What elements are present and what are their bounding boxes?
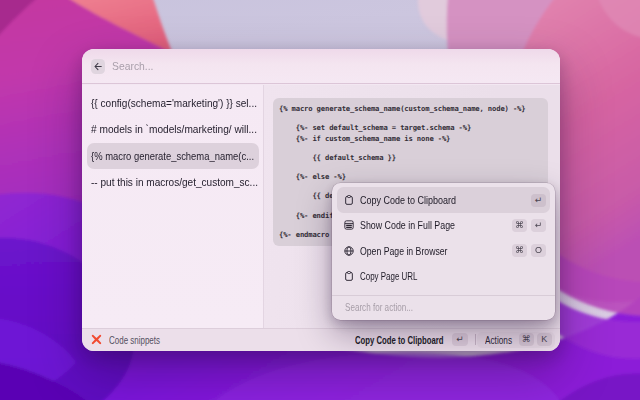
menu-item-label: Open Page in Browser bbox=[360, 245, 429, 257]
snippet-list-item[interactable]: # models in `models/marketing/ will... bbox=[87, 116, 259, 142]
footer-actions: Copy Code to Clipboard ↵ Actions ⌘ K bbox=[355, 332, 561, 348]
snippet-list: {{ config(schema='marketing') }} sel... … bbox=[82, 85, 263, 328]
footer-separator bbox=[475, 334, 476, 345]
code-line bbox=[279, 144, 542, 152]
globe-icon bbox=[344, 246, 354, 256]
extension-name: Code snippets bbox=[109, 334, 147, 346]
menu-item-show-code[interactable]: Show Code in Full Page ⌘ ↵ bbox=[337, 213, 550, 238]
snippet-label: {% macro generate_schema_name(c... bbox=[91, 150, 231, 162]
clipboard-icon bbox=[344, 195, 354, 205]
code-line: {%- set default_schema = target.schema -… bbox=[279, 122, 542, 133]
actions-button-label: Actions bbox=[485, 334, 506, 346]
menu-item-label: Show Code in Full Page bbox=[360, 219, 436, 231]
back-button[interactable] bbox=[91, 59, 106, 74]
action-search-placeholder: Search for action... bbox=[345, 301, 396, 313]
cmd-key-badge: ⌘ bbox=[512, 219, 528, 232]
cmd-key-badge: ⌘ bbox=[519, 333, 534, 347]
k-key-badge: K bbox=[537, 333, 552, 347]
o-key-badge: O bbox=[531, 244, 547, 257]
code-snippets-logo-icon bbox=[91, 334, 102, 345]
desktop: { "header": { "search_placeholder": "Sea… bbox=[0, 0, 640, 400]
action-search-input[interactable]: Search for action... bbox=[332, 296, 555, 319]
search-input[interactable]: Search... bbox=[112, 59, 154, 73]
return-key-badge: ↵ bbox=[452, 333, 468, 347]
return-key-badge: ↵ bbox=[531, 219, 547, 232]
menu-item-copy-code[interactable]: Copy Code to Clipboard ↵ bbox=[337, 187, 550, 212]
snippet-label: -- put this in macros/get_custom_sc... bbox=[91, 176, 244, 188]
code-line: {% macro generate_schema_name(custom_sch… bbox=[279, 103, 542, 114]
menu-item-copy-url[interactable]: Copy Page URL bbox=[337, 264, 550, 289]
code-line bbox=[279, 114, 542, 122]
search-placeholder: Search... bbox=[112, 59, 152, 73]
raycast-window: Search... {{ config(schema='marketing') … bbox=[82, 49, 561, 351]
menu-item-open-browser[interactable]: Open Page in Browser ⌘ O bbox=[337, 238, 550, 263]
back-arrow-icon bbox=[93, 62, 102, 71]
code-line: {%- else -%} bbox=[279, 171, 542, 182]
primary-action-label[interactable]: Copy Code to Clipboard bbox=[355, 334, 418, 346]
snippet-list-item[interactable]: {{ config(schema='marketing') }} sel... bbox=[87, 90, 259, 116]
actions-menu-list: Copy Code to Clipboard ↵ Show Code in Fu… bbox=[332, 183, 555, 289]
code-line bbox=[279, 163, 542, 171]
snippet-label: # models in `models/marketing/ will... bbox=[91, 123, 244, 135]
status-bar: Code snippets Copy Code to Clipboard ↵ A… bbox=[82, 328, 561, 351]
menu-item-label: Copy Page URL bbox=[360, 270, 402, 282]
search-header: Search... bbox=[82, 49, 561, 84]
clipboard-icon bbox=[344, 271, 354, 281]
menu-item-label: Copy Code to Clipboard bbox=[360, 194, 438, 206]
code-line: {%- if custom_schema_name is none -%} bbox=[279, 133, 542, 144]
return-key-badge: ↵ bbox=[531, 194, 547, 207]
actions-menu: Copy Code to Clipboard ↵ Show Code in Fu… bbox=[332, 183, 555, 320]
code-line: {{ default_schema }} bbox=[279, 152, 542, 163]
snippet-label: {{ config(schema='marketing') }} sel... bbox=[91, 97, 243, 109]
snippet-list-item-selected[interactable]: {% macro generate_schema_name(c... bbox=[87, 143, 259, 169]
cmd-key-badge: ⌘ bbox=[512, 244, 528, 257]
window-icon bbox=[344, 220, 354, 230]
snippet-list-item[interactable]: -- put this in macros/get_custom_sc... bbox=[87, 169, 259, 195]
actions-button[interactable]: Actions ⌘ K bbox=[477, 332, 555, 348]
